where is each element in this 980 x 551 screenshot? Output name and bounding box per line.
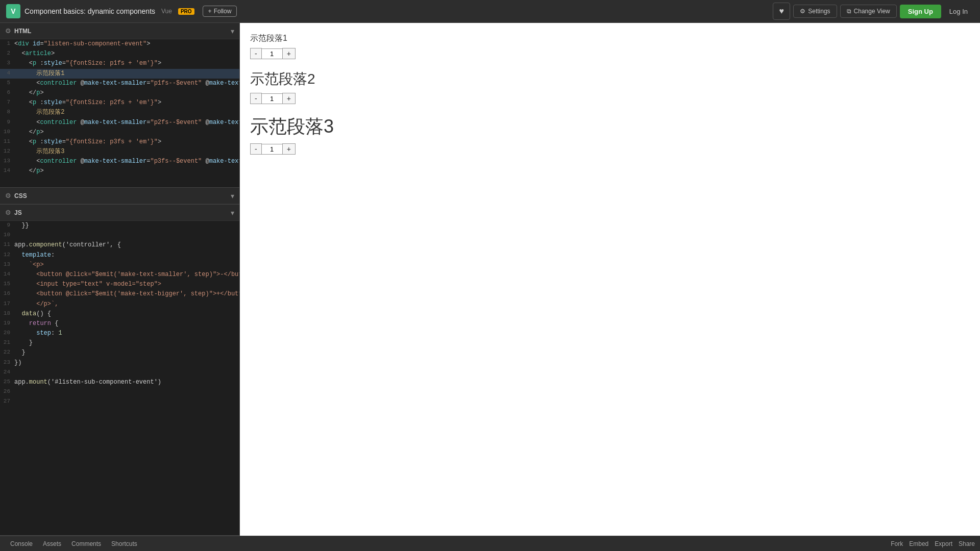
heart-icon: ♥ — [779, 7, 784, 16]
settings-label: Settings — [808, 8, 830, 15]
shortcuts-tab[interactable]: Shortcuts — [106, 536, 142, 551]
app-logo-icon: V — [6, 4, 20, 18]
code-line: 16 <button @click="$emit('make-text-bigg… — [0, 289, 239, 299]
changeview-icon: ⧉ — [847, 8, 851, 15]
topbar: V Component basics: dynamic components V… — [0, 0, 980, 23]
code-line: 19 return { — [0, 319, 239, 329]
follow-icon: + — [208, 8, 212, 15]
assets-tab[interactable]: Assets — [38, 536, 66, 551]
preview-text-2: 示范段落2 — [250, 69, 970, 89]
html-code-body[interactable]: 1 <div id="listen-sub-component-event"> … — [0, 39, 239, 187]
login-button[interactable]: Log In — [943, 5, 974, 18]
code-line: 14 </p> — [0, 166, 239, 176]
comments-tab[interactable]: Comments — [66, 536, 106, 551]
counter-input-3[interactable] — [262, 144, 282, 155]
settings-button[interactable]: ⚙ Settings — [793, 5, 837, 18]
css-panel-title: CSS — [14, 192, 231, 199]
console-tab[interactable]: Console — [5, 536, 38, 551]
js-panel-header: ⚙ JS ▾ — [0, 205, 239, 221]
code-line: 3 <p :style="{fontSize: p1fs + 'em'}"> — [0, 59, 239, 68]
code-line: 12 template: — [0, 251, 239, 260]
counter-increase-3[interactable]: + — [282, 143, 296, 155]
code-line: 9 }} — [0, 221, 239, 231]
code-line: 27 — [0, 397, 239, 407]
code-line: 4 示范段落1 — [0, 69, 239, 79]
signup-button[interactable]: Sign Up — [900, 5, 941, 18]
code-line: 10 </p> — [0, 128, 239, 137]
main-area: ⚙ HTML ▾ 1 <div id="listen-sub-component… — [0, 23, 980, 536]
css-panel: ⚙ CSS ▾ — [0, 188, 239, 205]
logo-area: V Component basics: dynamic components V… — [6, 4, 237, 18]
code-line: 23 }) — [0, 358, 239, 368]
bottom-bar: Console Assets Comments Shortcuts Fork E… — [0, 536, 980, 551]
html-panel: ⚙ HTML ▾ 1 <div id="listen-sub-component… — [0, 23, 239, 188]
code-line: 5 <controller @make-text-smaller="p1fs--… — [0, 79, 239, 88]
counter-decrease-3[interactable]: - — [250, 143, 262, 155]
html-collapse-button[interactable]: ▾ — [231, 27, 234, 35]
html-panel-header: ⚙ HTML ▾ — [0, 23, 239, 39]
code-line: 22 } — [0, 348, 239, 358]
change-view-button[interactable]: ⧉ Change View — [840, 5, 897, 18]
code-line: 15 <input type="text" v-model="step"> — [0, 280, 239, 289]
code-line: 10 — [0, 231, 239, 240]
code-line: 21 } — [0, 338, 239, 348]
code-line: 25 app.mount('#listen-sub-component-even… — [0, 378, 239, 387]
changeview-label: Change View — [854, 8, 890, 15]
follow-button[interactable]: + Follow — [203, 6, 237, 17]
code-line: 13 <controller @make-text-smaller="p3fs-… — [0, 157, 239, 166]
code-line: 1 <div id="listen-sub-component-event"> — [0, 39, 239, 49]
preview-section-1: 示范段落1 - + — [250, 33, 970, 59]
code-line: 13 `<p> — [0, 260, 239, 270]
preview-section-2: 示范段落2 - + — [250, 69, 970, 104]
code-line: 26 — [0, 387, 239, 397]
code-line: 11 <p :style="{fontSize: p3fs + 'em'}"> — [0, 137, 239, 147]
code-line: 12 示范段落3 — [0, 147, 239, 157]
framework-label: Vue — [161, 8, 172, 15]
code-line: 11 app.component('controller', { — [0, 240, 239, 250]
html-panel-title: HTML — [14, 28, 231, 35]
counter-increase-1[interactable]: + — [282, 48, 296, 59]
gear-icon: ⚙ — [800, 8, 805, 15]
code-line: 6 </p> — [0, 88, 239, 98]
code-line: 2 <article> — [0, 49, 239, 59]
counter-control-1: - + — [250, 48, 970, 59]
counter-input-1[interactable] — [262, 48, 282, 59]
js-panel-title: JS — [14, 209, 231, 216]
preview-text-1: 示范段落1 — [250, 33, 970, 44]
code-line: 14 <button @click="$emit('make-text-smal… — [0, 270, 239, 280]
fork-action[interactable]: Fork — [891, 540, 903, 547]
counter-control-3: - + — [250, 143, 970, 155]
code-line: 24 — [0, 368, 239, 378]
code-line: 8 示范段落2 — [0, 108, 239, 117]
css-gear-icon[interactable]: ⚙ — [5, 192, 11, 199]
code-line: 20 step: 1 — [0, 329, 239, 338]
js-collapse-button[interactable]: ▾ — [231, 209, 234, 217]
counter-input-2[interactable] — [262, 93, 282, 104]
code-line: 7 <p :style="{fontSize: p2fs + 'em'}"> — [0, 98, 239, 108]
code-line: 18 data() { — [0, 309, 239, 319]
left-panels: ⚙ HTML ▾ 1 <div id="listen-sub-component… — [0, 23, 240, 536]
js-panel: ⚙ JS ▾ 9 }} 10 11 app.component('control… — [0, 205, 239, 536]
html-gear-icon[interactable]: ⚙ — [5, 27, 11, 35]
js-gear-icon[interactable]: ⚙ — [5, 209, 11, 216]
preview-text-3: 示范段落3 — [250, 114, 970, 139]
bottom-right-actions: Fork Embed Export Share — [891, 540, 975, 547]
heart-button[interactable]: ♥ — [773, 3, 790, 20]
counter-control-2: - + — [250, 93, 970, 104]
counter-increase-2[interactable]: + — [282, 93, 296, 104]
follow-label: Follow — [214, 8, 232, 15]
css-collapse-button[interactable]: ▾ — [231, 192, 234, 200]
css-panel-header: ⚙ CSS ▾ — [0, 188, 239, 204]
export-action[interactable]: Export — [935, 540, 952, 547]
js-code-body[interactable]: 9 }} 10 11 app.component('controller', {… — [0, 221, 239, 535]
preview-panel: 示范段落1 - + 示范段落2 - + 示范段落3 - + — [240, 23, 980, 536]
share-action[interactable]: Share — [959, 540, 975, 547]
counter-decrease-2[interactable]: - — [250, 93, 262, 104]
preview-section-3: 示范段落3 - + — [250, 114, 970, 155]
embed-action[interactable]: Embed — [909, 540, 928, 547]
app-title: Component basics: dynamic components — [24, 7, 155, 15]
code-line: 17 </p>`, — [0, 299, 239, 309]
code-line: 9 <controller @make-text-smaller="p2fs--… — [0, 118, 239, 128]
pro-badge: PRO — [178, 8, 194, 15]
counter-decrease-1[interactable]: - — [250, 48, 262, 59]
